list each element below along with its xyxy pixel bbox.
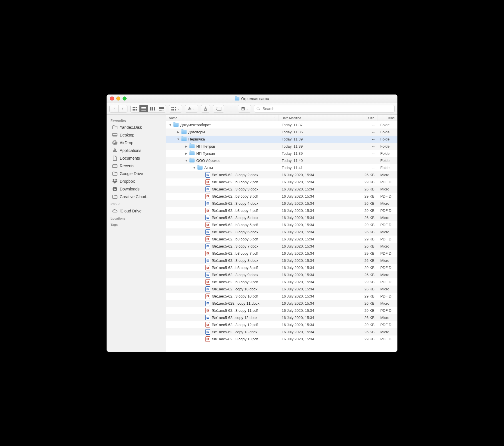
file-kind: Micro [377, 301, 397, 306]
file-row[interactable]: f8e1aec5-62...3 copy 10.pdf16 July 2020,… [166, 293, 397, 300]
file-size: 26 KB [343, 301, 377, 306]
file-row[interactable]: f8e1aec5-62...3 copy 13.pdf16 July 2020,… [166, 335, 397, 343]
sidebar-item-label: Downloads [120, 187, 139, 191]
file-list[interactable]: ▼ДокументооборотToday, 11:37--Folde▶Дого… [166, 121, 397, 352]
sidebar-section-header[interactable]: Tags [107, 221, 166, 228]
column-date[interactable]: Date Modified [279, 115, 343, 121]
file-row[interactable]: f8e1aec5-62...b3 copy 6.pdf16 July 2020,… [166, 236, 397, 243]
sidebar-section-header[interactable]: iCloud [107, 201, 166, 207]
file-kind: PDF D [377, 180, 397, 184]
view-icons-button[interactable] [131, 105, 139, 112]
sidebar-item[interactable]: Yandex.Disk [108, 124, 164, 131]
file-row[interactable]: f8e1aec5-62...3 copy 6.docx16 July 2020,… [166, 228, 397, 236]
column-name[interactable]: Name⌃ [166, 115, 279, 121]
disclosure-triangle-icon[interactable]: ▶ [185, 145, 188, 148]
file-row[interactable]: f8e1aec5-628...copy 11.docx16 July 2020,… [166, 300, 397, 307]
column-kind[interactable]: Kind [377, 115, 397, 121]
sidebar-item[interactable]: Desktop [108, 131, 164, 139]
sidebar-item[interactable]: Google Drive [108, 170, 164, 177]
file-kind: Micro [377, 244, 397, 248]
file-row[interactable]: f8e1aec5-62...b3 copy 5.pdf16 July 2020,… [166, 221, 397, 228]
tag-button-wrap [213, 105, 224, 112]
sidebar-item-label: Applications [120, 148, 141, 153]
disclosure-triangle-icon[interactable]: ▼ [177, 138, 180, 141]
sidebar-item[interactable]: Recents [108, 162, 164, 170]
svg-rect-14 [160, 110, 161, 111]
pdf-doc-icon [205, 208, 210, 213]
file-row[interactable]: f8e1aec5-62...3 copy 2.docx16 July 2020,… [166, 171, 397, 178]
search-input[interactable] [262, 106, 392, 111]
word-doc-icon [205, 258, 210, 263]
sidebar-item[interactable]: AirDrop [108, 139, 164, 146]
sidebar-item[interactable]: Downloads [108, 185, 164, 193]
tag-button[interactable] [213, 105, 224, 112]
file-kind: Folde [377, 166, 397, 170]
file-row[interactable]: ▶ДоговорыToday, 11:35--Folde [166, 128, 397, 136]
file-name: f8e1aec5-62...3 copy 12.pdf [212, 323, 258, 327]
file-row[interactable]: f8e1aec5-62...b3 copy 9.pdf16 July 2020,… [166, 278, 397, 286]
chevron-down-icon: ⌄ [246, 107, 248, 110]
view-gallery-button[interactable] [157, 105, 166, 112]
sidebar-item[interactable]: Dropbox [108, 178, 164, 185]
file-row[interactable]: f8e1aec5-62...b3 copy 7.pdf16 July 2020,… [166, 250, 397, 257]
sidebar-item[interactable]: Creative Cloud... [108, 193, 164, 200]
share-button[interactable] [201, 105, 210, 112]
view-columns-button[interactable] [148, 105, 157, 112]
sidebar-item[interactable]: Documents [108, 154, 164, 162]
file-size: 29 KB [343, 223, 377, 227]
file-row[interactable]: f8e1aec5-62...b3 copy 8.pdf16 July 2020,… [166, 264, 397, 271]
disclosure-triangle-icon[interactable]: ▶ [177, 130, 180, 134]
file-row[interactable]: f8e1aec5-62...3 copy 7.docx16 July 2020,… [166, 243, 397, 250]
file-row[interactable]: f8e1aec5-62...b3 copy 4.pdf16 July 2020,… [166, 207, 397, 214]
sidebar-item[interactable]: Applications [108, 147, 164, 154]
file-row[interactable]: f8e1aec5-62...copy 10.docx16 July 2020, … [166, 286, 397, 293]
file-row[interactable]: f8e1aec5-62...b3 copy 2.pdf16 July 2020,… [166, 178, 397, 186]
disclosure-triangle-icon[interactable]: ▼ [193, 166, 196, 169]
close-button[interactable] [110, 97, 114, 101]
file-size: -- [343, 123, 377, 127]
file-row[interactable]: f8e1aec5-62...3 copy 4.docx16 July 2020,… [166, 200, 397, 207]
forward-button[interactable]: › [118, 105, 127, 112]
sidebar-section-header[interactable]: Favourites [107, 117, 166, 123]
file-row[interactable]: f8e1aec5-62...3 copy 8.docx16 July 2020,… [166, 257, 397, 264]
search-field[interactable] [254, 105, 395, 112]
sidebar-item[interactable]: iCloud Drive [108, 207, 164, 215]
documents-icon [112, 156, 117, 161]
file-row[interactable]: ▶ИП ПупкинToday, 11:39--Folde [166, 150, 397, 157]
file-name: f8e1aec5-62...3 copy 7.docx [212, 244, 258, 248]
column-size[interactable]: Size [343, 115, 377, 121]
file-row[interactable]: ▶ИП ПетровToday, 11:39--Folde [166, 143, 397, 150]
file-row[interactable]: f8e1aec5-62...b3 copy 3.pdf16 July 2020,… [166, 193, 397, 200]
file-row[interactable]: f8e1aec5-62...3 copy 11.pdf16 July 2020,… [166, 307, 397, 314]
sidebar-section-header[interactable]: Locations [107, 215, 166, 221]
file-date: Today, 11:39 [279, 144, 343, 148]
file-row[interactable]: ▼ООО АбрикосToday, 11:40--Folde [166, 157, 397, 164]
svg-rect-17 [171, 107, 173, 108]
back-button[interactable]: ‹ [110, 105, 118, 112]
file-row[interactable]: f8e1aec5-62...copy 12.docx16 July 2020, … [166, 314, 397, 321]
disclosure-triangle-icon[interactable]: ▼ [185, 159, 188, 162]
file-row[interactable]: f8e1aec5-62...3 copy 5.docx16 July 2020,… [166, 214, 397, 221]
titlebar: Огромная папка [107, 95, 397, 103]
file-size: 29 KB [343, 237, 377, 241]
view-list-button[interactable] [139, 105, 148, 112]
file-row[interactable]: ▼ПервичкаToday, 11:39--Folde [166, 136, 397, 143]
file-row[interactable]: f8e1aec5-62...copy 13.docx16 July 2020, … [166, 328, 397, 335]
file-date: 16 July 2020, 15:34 [279, 330, 343, 334]
minimize-button[interactable] [116, 97, 120, 101]
gear-icon: ✻ [188, 106, 192, 111]
file-row[interactable]: f8e1aec5-62...3 copy 12.pdf16 July 2020,… [166, 321, 397, 328]
file-row[interactable]: f8e1aec5-62...3 copy 3.docx16 July 2020,… [166, 186, 397, 193]
file-kind: PDF D [377, 194, 397, 198]
file-row[interactable]: ▼АктыToday, 11:41--Folde [166, 164, 397, 171]
disclosure-triangle-icon[interactable]: ▼ [169, 123, 172, 126]
action-button[interactable]: ✻ ⌄ [185, 105, 198, 112]
dropbox-toolbar-button[interactable]: ⊞ ⌄ [238, 105, 251, 112]
zoom-button[interactable] [123, 97, 127, 101]
file-kind: Folde [377, 144, 397, 148]
disclosure-triangle-icon[interactable]: ▶ [185, 152, 188, 155]
pdf-doc-icon [205, 308, 210, 313]
group-by-button[interactable]: ⌄ [169, 105, 182, 112]
file-row[interactable]: f8e1aec5-62...3 copy 9.docx16 July 2020,… [166, 271, 397, 278]
file-row[interactable]: ▼ДокументооборотToday, 11:37--Folde [166, 121, 397, 128]
